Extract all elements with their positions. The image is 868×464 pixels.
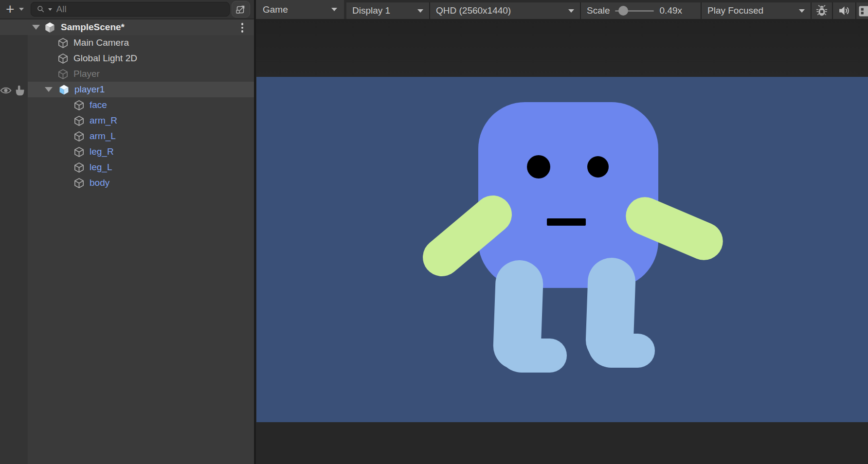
visibility-gutter [0, 35, 28, 464]
game-view-background [256, 19, 868, 464]
film-strip-icon [857, 4, 868, 18]
speaker-icon [837, 4, 851, 18]
item-label: player1 [74, 84, 105, 95]
hierarchy-search-box[interactable] [31, 2, 230, 17]
chevron-down-icon [331, 8, 337, 11]
scene-options-kebab-icon[interactable] [240, 22, 245, 34]
character-foot-left [498, 339, 567, 373]
hierarchy-item-face[interactable]: face [0, 97, 254, 113]
play-mode-label: Play Focused [707, 5, 763, 16]
row-toggles-player1 [0, 84, 28, 97]
item-label: arm_L [90, 131, 116, 142]
slider-knob[interactable] [618, 6, 628, 16]
chevron-down-icon [799, 9, 805, 13]
gameobject-cube-icon [57, 53, 69, 65]
plus-icon: + [6, 3, 15, 16]
scale-value: 0.49x [660, 5, 682, 16]
hierarchy-rows: Main Camera Global Light 2D Player playe… [0, 35, 254, 191]
character-foot-right [588, 334, 655, 368]
scene-expand-caret-icon[interactable] [32, 25, 40, 30]
add-dropdown-caret-icon [19, 8, 24, 11]
scale-control: Scale 0.49x [580, 2, 701, 19]
character-eye-right [587, 156, 609, 178]
character-eye-left [527, 155, 550, 178]
unity-scene-icon [44, 21, 56, 34]
bug-icon [815, 4, 829, 18]
hierarchy-item-player[interactable]: Player [0, 66, 254, 82]
gameobject-cube-icon [57, 68, 69, 80]
item-label: Player [73, 69, 100, 79]
clipped-toolbar-button[interactable] [855, 2, 868, 19]
character-mouth [547, 218, 586, 226]
resolution-dropdown[interactable]: QHD (2560x1440) [429, 2, 580, 19]
hierarchy-item-leg-r[interactable]: leg_R [0, 144, 254, 160]
gameobject-cube-icon [73, 161, 85, 174]
scale-slider[interactable] [615, 2, 654, 19]
mute-audio-button[interactable] [832, 2, 855, 19]
search-input[interactable] [54, 4, 226, 15]
hierarchy-item-body[interactable]: body [0, 175, 254, 191]
hierarchy-panel: + SampleScene* Main Camera [0, 0, 254, 464]
hierarchy-item-leg-l[interactable]: leg_L [0, 160, 254, 175]
search-icon [36, 4, 46, 14]
debug-button[interactable] [811, 2, 832, 19]
gameobject-cube-icon [73, 115, 85, 127]
item-label: leg_L [90, 162, 112, 173]
item-label: Global Light 2D [73, 53, 137, 64]
game-view-panel: Game Display 1 QHD (2560x1440) Scale 0.4… [256, 0, 868, 464]
hierarchy-item-main-camera[interactable]: Main Camera [0, 35, 254, 51]
gameobject-cube-icon [73, 130, 85, 143]
tab-game[interactable]: Game [256, 0, 344, 19]
chevron-down-icon [417, 9, 423, 13]
resolution-label: QHD (2560x1440) [436, 5, 511, 16]
scene-visibility-eye-icon[interactable] [0, 84, 12, 97]
play-mode-dropdown[interactable]: Play Focused [701, 2, 811, 19]
item-label: face [90, 100, 107, 110]
gameobject-cube-icon [73, 146, 85, 158]
item-label: leg_R [90, 146, 114, 157]
prefab-cube-icon [58, 84, 70, 96]
search-filter-caret-icon[interactable] [48, 8, 52, 11]
chevron-down-icon [568, 9, 574, 13]
character-body [478, 102, 658, 288]
box-arrow-icon [235, 3, 247, 15]
hierarchy-item-global-light-2d[interactable]: Global Light 2D [0, 51, 254, 66]
pickability-hand-icon[interactable] [14, 84, 26, 97]
item-label: Main Camera [73, 37, 129, 48]
item-label: arm_R [90, 115, 117, 126]
display-dropdown[interactable]: Display 1 [346, 2, 429, 19]
hierarchy-toolbar: + [0, 0, 254, 19]
gameobject-cube-icon [73, 177, 85, 189]
hierarchy-item-arm-r[interactable]: arm_R [0, 113, 254, 128]
hierarchy-item-player1[interactable]: player1 [0, 82, 254, 97]
scene-header-row[interactable]: SampleScene* [0, 19, 254, 35]
item-label: body [90, 178, 109, 188]
gameobject-cube-icon [57, 37, 69, 49]
tab-label: Game [263, 4, 288, 15]
expand-caret-icon[interactable] [45, 87, 53, 92]
add-gameobject-button[interactable]: + [4, 3, 26, 16]
hierarchy-item-arm-l[interactable]: arm_L [0, 128, 254, 144]
display-label: Display 1 [352, 5, 390, 16]
gameobject-cube-icon [73, 99, 85, 111]
open-search-window-button[interactable] [232, 1, 250, 18]
game-view-toolbar: Game Display 1 QHD (2560x1440) Scale 0.4… [256, 0, 868, 19]
unity-editor: + SampleScene* Main Camera [0, 0, 868, 464]
scale-label: Scale [587, 5, 610, 16]
scene-name: SampleScene* [61, 22, 125, 33]
game-viewport[interactable] [256, 77, 868, 422]
